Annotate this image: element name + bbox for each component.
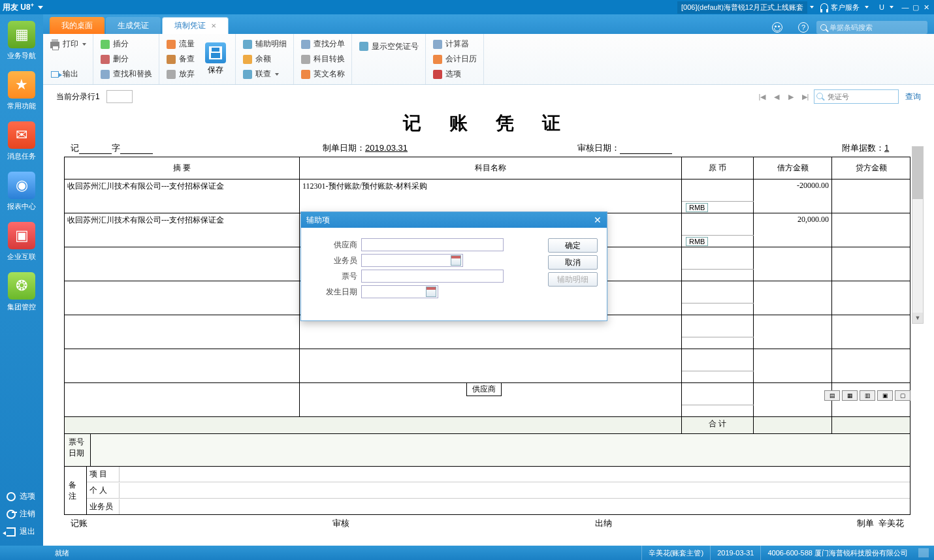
output-button[interactable]: 输出 [48,67,88,82]
brand-dropdown-icon[interactable] [38,6,43,9]
delete-row-button[interactable]: 删分 [99,52,153,67]
calendar-button[interactable]: 会计日历 [431,52,478,67]
export-icon [51,71,59,78]
person-value[interactable] [120,483,910,498]
insert-row-button[interactable]: 插分 [99,37,153,52]
remark-label: 备注 [65,467,87,514]
prev-page-button[interactable]: ◀ [771,91,782,102]
voucher-toolbar-icons: ▤ ▦ ▥ ▣ ▢ [824,390,910,401]
exit-link[interactable]: 退出 [0,523,43,540]
nav-favorites[interactable]: ★常用功能 [0,65,43,115]
tab-close-icon[interactable]: ✕ [211,22,216,29]
ribbon-toolbar: 打印 输出 插分 删分 查找和替换 流量 备查 放弃 保存 辅助明细 余额 联查… [43,34,934,85]
print-button[interactable]: 打印 [48,37,88,52]
balance-button[interactable]: 余额 [241,52,288,67]
english-name-button[interactable]: 英文名称 [299,67,346,82]
u-menu[interactable]: U [879,3,896,11]
aux-detail-button[interactable]: 辅助明细 [548,272,598,287]
table-scrollbar[interactable]: ▲▼ [912,146,924,324]
subject-convert-button[interactable]: 科目转换 [299,52,346,67]
options-link[interactable]: 选项 [0,488,43,505]
flow-button[interactable]: 流量 [165,37,196,52]
aux-icon [243,40,252,49]
lookup-icon[interactable] [451,255,461,266]
group-icon: ❂ [8,272,35,300]
calendar-icon[interactable] [426,287,436,297]
view-icon-2[interactable]: ▦ [842,390,858,401]
account-set-label[interactable]: [006](default)海普锐12月正式上线账套 [677,1,807,14]
cal-icon [433,55,442,64]
search-icon [820,24,827,31]
voucher-number-input[interactable] [814,89,899,104]
ok-button[interactable]: 确定 [548,238,598,253]
table-row[interactable] [65,349,910,371]
nav-group[interactable]: ❂集团管控 [0,266,43,316]
aux-item-dialog: 辅助项✕ 供应商 业务员 票号 发生日期 确定 取消 辅助明细 [300,211,607,321]
relate-button[interactable]: 联查 [241,67,288,82]
view-icon-3[interactable]: ▥ [860,390,875,401]
voucher-search-icon [816,93,823,99]
nav-messages[interactable]: ✉消息任务 [0,115,43,165]
backup-button[interactable]: 备查 [165,52,196,67]
bill-input[interactable] [361,270,504,283]
help-icon[interactable]: ? [798,22,809,33]
sales-value[interactable] [120,499,910,514]
save-icon [205,42,226,63]
query-link[interactable]: 查询 [905,91,921,102]
tab-fill-voucher[interactable]: 填制凭证✕ [162,17,229,34]
aux-detail-button[interactable]: 辅助明细 [241,37,288,52]
voucher-title: 记 账 凭 证 [64,111,910,136]
current-entry-label: 当前分录行1 [56,91,100,102]
status-icon[interactable] [918,548,929,557]
logout-link[interactable]: 注销 [0,505,43,523]
show-empty-button[interactable]: 显示空凭证号 [357,39,420,54]
discard-button[interactable]: 放弃 [165,67,196,82]
last-page-button[interactable]: ▶| [799,91,811,102]
scrollbar-thumb[interactable] [912,147,923,199]
enterprise-icon: ▣ [8,222,35,249]
nav-reports[interactable]: ◉报表中心 [0,165,43,215]
salesperson-input[interactable] [361,254,463,267]
project-value[interactable] [120,467,910,482]
nav-enterprise[interactable]: ▣企业互联 [0,215,43,266]
view-icon-4[interactable]: ▣ [877,390,893,401]
total-row: 合 计 [65,417,910,434]
tab-desktop[interactable]: 我的桌面 [50,17,105,34]
status-phone: 4006-600-588 厦门海普锐科技股份有限公司 [760,546,914,560]
dialog-title-bar[interactable]: 辅助项✕ [301,212,607,228]
calculator-button[interactable]: 计算器 [431,37,478,52]
first-page-button[interactable]: |◀ [756,91,768,102]
feedback-icon[interactable] [772,22,782,33]
ribbon-options-button[interactable]: 选项 [431,67,478,82]
report-icon: ◉ [8,172,35,199]
account-dropdown-icon[interactable] [810,6,814,8]
remark-box: 备注 项 目 个 人 业务员 [64,467,910,515]
flow-icon [167,40,176,49]
close-button[interactable]: ✕ [921,3,931,12]
find-replace-button[interactable]: 查找和替换 [99,67,153,82]
minimize-button[interactable]: — [900,3,910,11]
cancel-button[interactable]: 取消 [548,255,598,270]
status-date: 2019-03-31 [710,546,760,560]
printer-icon [50,42,59,48]
barcode-search[interactable] [816,21,927,34]
view-icon-5[interactable]: ▢ [895,390,910,401]
entry-number-box[interactable] [106,90,133,103]
supplier-input[interactable] [361,238,504,251]
sales-label: 业务员 [87,499,120,514]
find-split-button[interactable]: 查找分单 [299,37,346,52]
next-page-button[interactable]: ▶ [785,91,797,102]
view-icon-1[interactable]: ▤ [824,390,840,401]
table-row[interactable]: 收回苏州汇川技术有限公司---支付招标保证金112301-预付账款/预付账款-材… [65,179,910,202]
nav-business[interactable]: ▦业务导航 [0,14,43,65]
save-button[interactable]: 保存 [201,37,230,82]
app-brand: 用友 U8+ [3,2,34,13]
barcode-search-input[interactable] [829,23,924,31]
maximize-button[interactable]: ▢ [910,3,921,12]
customer-service[interactable]: 客户服务 [820,3,871,12]
currency-box[interactable]: RMB [686,203,708,212]
tab-generate-voucher[interactable]: 生成凭证 [106,17,161,34]
currency-box[interactable]: RMB [686,237,708,246]
dialog-close-icon[interactable]: ✕ [594,215,602,225]
occur-date-input[interactable] [361,285,438,298]
